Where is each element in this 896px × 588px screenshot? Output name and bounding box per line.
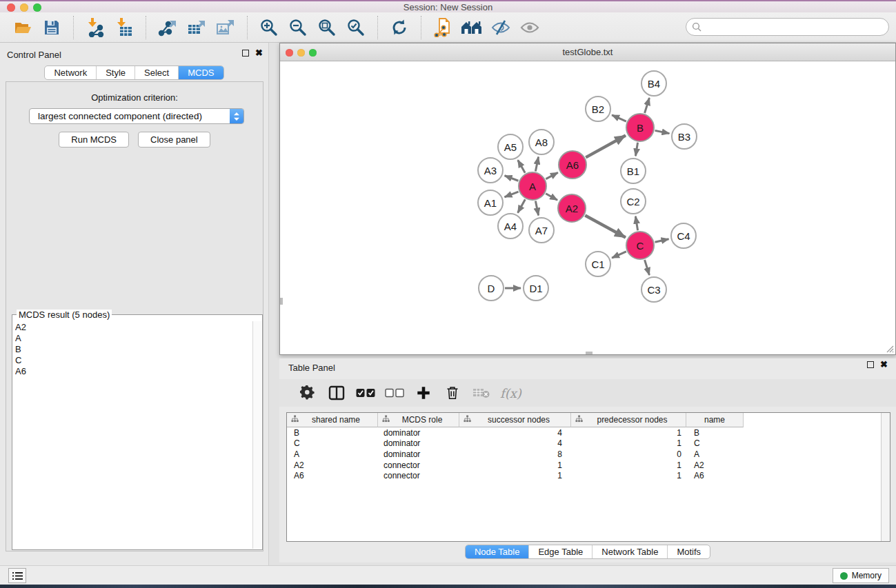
graph-node-A[interactable]: A	[518, 172, 547, 201]
cell[interactable]: A2	[686, 460, 744, 470]
zoom-fit-icon[interactable]	[317, 17, 337, 39]
edge-A6-B[interactable]	[586, 136, 626, 158]
edge-B-B1[interactable]	[635, 143, 637, 156]
cell[interactable]: 0	[571, 449, 686, 459]
network-file-icon[interactable]	[432, 17, 453, 39]
tab-network[interactable]: Network	[45, 66, 97, 79]
column-header-MCDS-role[interactable]: MCDS role	[378, 413, 459, 427]
table-scrollbar[interactable]	[881, 413, 890, 541]
graph-node-B1[interactable]: B1	[620, 158, 646, 184]
cell[interactable]: dominator	[378, 438, 459, 448]
tab-edge-table[interactable]: Edge Table	[529, 545, 593, 558]
tab-node-table[interactable]: Node Table	[466, 545, 530, 558]
delete-table-icon[interactable]	[471, 383, 492, 403]
close-view-icon[interactable]	[286, 49, 293, 57]
edge-A-A2[interactable]	[546, 194, 557, 200]
result-node-item[interactable]: C	[15, 355, 251, 366]
graph-node-A2[interactable]: A2	[557, 194, 586, 223]
graph-node-B2[interactable]: B2	[585, 96, 611, 122]
table-settings-icon[interactable]	[297, 383, 318, 403]
cell[interactable]: A	[686, 449, 744, 459]
cell[interactable]: 1	[459, 460, 571, 470]
cell[interactable]: 1	[571, 428, 686, 438]
run-mcds-button[interactable]: Run MCDS	[59, 132, 129, 148]
memory-button[interactable]: Memory	[833, 568, 889, 583]
export-image-icon[interactable]	[215, 17, 236, 39]
open-session-icon[interactable]	[12, 17, 33, 39]
zoom-out-icon[interactable]	[288, 17, 308, 39]
table-row[interactable]: A6connector11A6	[287, 470, 890, 481]
table-row[interactable]: Adominator80A	[287, 449, 890, 460]
edge-C-C3[interactable]	[645, 260, 650, 275]
edge-A-A4[interactable]	[518, 199, 526, 212]
graph-node-A1[interactable]: A1	[477, 190, 504, 216]
cell[interactable]: C	[287, 438, 378, 448]
node-table[interactable]: shared nameMCDS rolesuccessor nodesprede…	[286, 412, 890, 542]
home-icon[interactable]	[461, 17, 482, 39]
edge-C-C2[interactable]	[635, 216, 637, 231]
tab-select[interactable]: Select	[135, 66, 179, 79]
graph-node-D[interactable]: D	[478, 275, 504, 301]
cell[interactable]: A	[287, 449, 378, 459]
edge-A2-C[interactable]	[585, 216, 626, 238]
close-window-icon[interactable]	[7, 3, 15, 12]
zoom-selected-icon[interactable]	[346, 17, 366, 39]
cell[interactable]: 1	[459, 471, 571, 480]
column-header-predecessor-nodes[interactable]: predecessor nodes	[571, 413, 686, 427]
edge-B-B3[interactable]	[655, 130, 670, 133]
maximize-window-icon[interactable]	[33, 3, 41, 12]
result-node-item[interactable]: A6	[15, 366, 251, 377]
graph-node-A5[interactable]: A5	[497, 134, 524, 160]
cell[interactable]: B	[287, 428, 378, 438]
graph-node-A6[interactable]: A6	[558, 150, 587, 179]
column-header-name[interactable]: name	[686, 413, 744, 427]
cell[interactable]: dominator	[378, 449, 459, 459]
table-row[interactable]: Cdominator41C	[287, 438, 890, 449]
task-history-button[interactable]	[8, 568, 26, 583]
hide-details-icon[interactable]	[490, 17, 511, 39]
graph-node-A8[interactable]: A8	[528, 129, 555, 155]
edge-A-A6[interactable]	[546, 172, 557, 179]
edge-A-A1[interactable]	[504, 192, 518, 197]
graph-node-C1[interactable]: C1	[585, 251, 611, 277]
import-table-icon[interactable]	[114, 17, 135, 39]
cell[interactable]: 4	[459, 428, 571, 438]
select-all-icon[interactable]	[355, 383, 376, 403]
graph-node-A7[interactable]: A7	[528, 217, 555, 243]
export-network-icon[interactable]	[157, 17, 178, 39]
column-header-shared-name[interactable]: shared name	[287, 413, 378, 427]
cell[interactable]: 1	[571, 471, 686, 480]
search-box[interactable]	[686, 18, 889, 36]
delete-column-icon[interactable]	[442, 383, 463, 403]
cell[interactable]: 1	[571, 460, 686, 470]
graph-node-D1[interactable]: D1	[523, 275, 549, 301]
table-row[interactable]: A2connector11A2	[287, 460, 890, 471]
split-panel-icon[interactable]	[326, 383, 347, 403]
edge-B-B2[interactable]	[612, 115, 626, 121]
zoom-in-icon[interactable]	[259, 17, 279, 39]
search-input[interactable]	[705, 20, 888, 34]
graph-node-C[interactable]: C	[626, 231, 655, 260]
cell[interactable]: 1	[571, 438, 686, 448]
export-table-icon[interactable]	[186, 17, 207, 39]
cell[interactable]: B	[686, 428, 744, 438]
graph-node-C3[interactable]: C3	[641, 276, 667, 303]
cell[interactable]: dominator	[378, 428, 459, 438]
network-graph-canvas[interactable]: B4B2BB3A8A5A6A3B1AC2A1A2A4A7C4CC1DD1C3	[280, 61, 895, 354]
tab-network-table[interactable]: Network Table	[593, 545, 668, 558]
result-node-item[interactable]: A2	[15, 322, 251, 333]
graph-node-B3[interactable]: B3	[671, 123, 697, 150]
deselect-all-icon[interactable]	[384, 383, 405, 403]
edge-A-A8[interactable]	[535, 157, 538, 172]
graph-node-C2[interactable]: C2	[620, 188, 646, 214]
close-icon[interactable]: ✖	[880, 361, 888, 368]
cell[interactable]: A6	[287, 471, 378, 480]
column-header-successor-nodes[interactable]: successor nodes	[459, 413, 571, 427]
table-row[interactable]: Bdominator41B	[287, 427, 890, 438]
graph-node-A4[interactable]: A4	[497, 213, 524, 239]
close-panel-button[interactable]: Close panel	[138, 132, 210, 148]
show-details-icon[interactable]	[519, 17, 540, 39]
add-column-icon[interactable]	[413, 383, 434, 403]
graph-node-B[interactable]: B	[626, 113, 655, 142]
graph-node-B4[interactable]: B4	[641, 70, 667, 97]
